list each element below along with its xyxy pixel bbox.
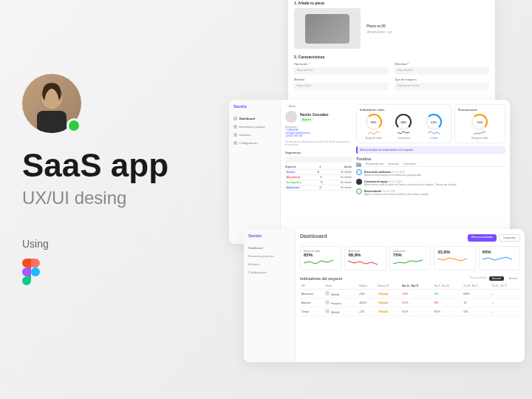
- part-name: Pieza nr.20: [366, 24, 489, 28]
- svg-rect-1: [37, 111, 66, 133]
- gauge-riesgo: 20%Riesgo de salida: [365, 114, 381, 140]
- part-3d-icon: [305, 14, 349, 44]
- chart-icon: [233, 125, 237, 129]
- profile-name: Nacho González: [300, 112, 329, 117]
- kpi-card[interactable]: Absentismo88,8%: [344, 246, 386, 270]
- segment-row[interactable]: En riesgo de ir76Ver informe: [285, 180, 352, 185]
- timeline-item[interactable]: Recomendación Oct 10, 2024Explicar el pr…: [356, 188, 505, 196]
- nav-configuracion[interactable]: Configuración: [233, 139, 276, 147]
- sparkline-icon: [474, 131, 485, 135]
- doc-icon: [233, 133, 237, 137]
- tipo-select[interactable]: Elegir tipo de máquina: [395, 83, 489, 90]
- grid-icon: [233, 117, 237, 120]
- gauge-compromiso: 68%Compromiso: [395, 114, 412, 140]
- table-row[interactable]: AbsentismoMarta A.+54%Previsión10,3%23%6…: [300, 290, 520, 299]
- indicators-title: Indicadores clave: [360, 108, 448, 112]
- timeline-item[interactable]: Encuesta de satisfacción Oct 22, 2024Nac…: [356, 169, 505, 177]
- insight-banner: Nacho está altamente comprometido con la…: [356, 146, 505, 154]
- section-1-label: 1. Añade tu pieza: [294, 1, 489, 5]
- recommendation-icon: [356, 188, 362, 194]
- material-select[interactable]: Elegir material: [294, 83, 389, 90]
- kpi-card[interactable]: Riesgo de salida85%: [300, 246, 341, 270]
- section-2-label: 2. Características: [294, 55, 489, 59]
- gauge-score: 13%Riesgo de salida: [471, 114, 488, 140]
- segment-row[interactable]: Neutros48Ver informe: [285, 170, 352, 175]
- comparativa-button[interactable]: Comparativa: [499, 234, 520, 242]
- profile-badge: Beginner: [300, 117, 313, 122]
- back-link[interactable]: ← Atrás: [285, 104, 352, 108]
- comment-icon: [356, 179, 362, 185]
- tab-encuestas[interactable]: Encuestas: [389, 163, 399, 166]
- brand-logo: Sentix: [248, 233, 290, 238]
- survey-icon: [356, 169, 362, 175]
- nav-encuestas[interactable]: Encuestas y pulsos: [248, 252, 290, 260]
- search-input[interactable]: Buscar indicador: [470, 276, 486, 281]
- tab-recomendaciones[interactable]: Recomendaciones: [366, 163, 384, 166]
- timeline-item[interactable]: Comentario de equipo Oct 25, 2024Marta: …: [356, 179, 505, 186]
- operacion-label: Operación *: [294, 62, 389, 66]
- kpi-row: Riesgo de salida85% Absentismo88,8% Cont…: [300, 246, 520, 270]
- table-title: Indicadores del negocio: [300, 276, 342, 281]
- operacion-select[interactable]: Elegir operación: [294, 67, 389, 75]
- gauge-lealtad: 63%Lealtad: [426, 114, 442, 140]
- segments-title: Segmentos: [285, 151, 352, 154]
- segment-row[interactable]: Adapta team52Ver informe: [285, 185, 352, 191]
- part-upload-box: Pieza nr.20 dimensions: xxx: [294, 8, 489, 49]
- nav-informes[interactable]: Informes: [248, 260, 290, 268]
- avatar-icon: [325, 300, 330, 304]
- segment-row[interactable]: Alto potencial22Ver informe: [285, 175, 352, 180]
- kpi-card[interactable]: Contratación76%: [389, 246, 431, 270]
- mockup-profile-dashboard: Sentix Dashboard Encuestas y pulsos Info…: [229, 100, 510, 244]
- timeline-tabs: Todo Recomendaciones Encuestas Comentari…: [356, 163, 505, 167]
- profile-note: Escribe aquí un comentario para tu ficha…: [285, 140, 352, 146]
- hero-title: SaaS app: [22, 148, 229, 183]
- kpi-card[interactable]: 65%: [479, 246, 520, 270]
- scores-title: Puntuaciones: [458, 108, 502, 112]
- tab-comentarios[interactable]: Comentarios: [403, 163, 416, 166]
- sparkline-icon: [428, 131, 440, 135]
- table-row[interactable]: TiempoMarta A.+12%Previsión60,3%66,8%52%…: [300, 307, 520, 316]
- mockup-budget-form: Obtén presupuesto IA de tu pieza Carga i…: [288, 0, 495, 111]
- tipo-label: Tipo de máquina: [395, 78, 489, 81]
- sidebar: Sentix Dashboard Encuestas y pulsos Info…: [229, 100, 281, 244]
- dificultad-select[interactable]: Elegir dificultad: [395, 67, 489, 75]
- hero-subtitle: UX/UI desing: [22, 188, 229, 208]
- sparkline-icon: [393, 259, 427, 266]
- segments-search[interactable]: [285, 157, 352, 163]
- status-online-icon: [66, 118, 81, 133]
- avatar-icon: [325, 309, 330, 313]
- toggle-semanal[interactable]: Semanal: [489, 276, 504, 281]
- part-dimensions: dimensions: xxx: [366, 30, 489, 34]
- part-image[interactable]: [294, 8, 361, 49]
- dashboard-title: Dashboard: [300, 233, 327, 239]
- kpi-card[interactable]: 33,8%: [434, 246, 475, 270]
- tab-todo[interactable]: Todo: [356, 163, 361, 166]
- svg-point-2: [31, 267, 40, 276]
- nav-configuracion[interactable]: Configuración: [248, 268, 290, 276]
- sparkline-icon: [368, 131, 380, 135]
- indicators-card: Indicadores clave 20%Riesgo de salida 68…: [356, 104, 451, 143]
- figma-icon: [22, 259, 40, 285]
- gear-icon: [233, 141, 237, 145]
- timeline-title: Timeline: [356, 157, 505, 161]
- dificultad-label: Dificultad *: [395, 62, 489, 66]
- profile-avatar: [285, 111, 297, 123]
- filtros-button[interactable]: Filtros recomendados: [468, 234, 497, 242]
- profile-phone: +34 602 970 700: [285, 134, 352, 137]
- toggle-mensual[interactable]: Mensual: [506, 276, 520, 281]
- nav-dashboard[interactable]: Dashboard: [248, 244, 290, 252]
- profile-header: Nacho González Beginner: [285, 111, 352, 123]
- table-row[interactable]: AtracciónFrancisco ..+66,9%Previsión55,1…: [300, 299, 520, 307]
- hero-panel: SaaS app UX/UI desing Using: [22, 74, 229, 288]
- nav-informes[interactable]: Informes: [233, 131, 276, 139]
- brand-logo: Sentix: [233, 104, 276, 109]
- material-label: Material: [294, 78, 389, 81]
- mockup-stack: Obtén presupuesto IA de tu pieza Carga i…: [229, 0, 532, 399]
- nav-encuestas[interactable]: Encuestas y pulsos: [233, 123, 276, 131]
- kpi-table: KPI Owner Objetivo Próxima 10 Nov 11 - N…: [300, 283, 520, 316]
- sparkline-icon: [398, 131, 409, 135]
- nav-dashboard[interactable]: Dashboard: [233, 115, 276, 123]
- sparkline-icon: [482, 256, 516, 263]
- avatar-wrap: [22, 74, 81, 133]
- sparkline-icon: [348, 259, 382, 266]
